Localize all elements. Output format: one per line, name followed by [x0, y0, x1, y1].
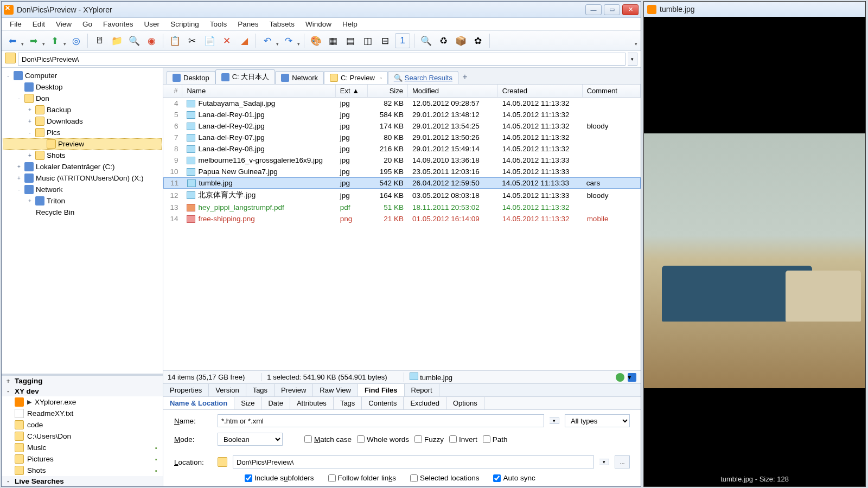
folder-tree[interactable]: -ComputerDesktop-Don+Backup+Downloads-Pi… — [2, 68, 163, 374]
find-tab[interactable]: Options — [446, 397, 484, 409]
monitor-icon[interactable]: 🖥 — [92, 33, 107, 48]
close-icon[interactable]: ▫ — [380, 75, 382, 81]
view1-icon[interactable]: ▦ — [326, 33, 341, 48]
file-row[interactable]: 13hey_pippi_langstrumpf.pdfpdf51 KB18.11… — [163, 202, 641, 213]
menu-user[interactable]: User — [139, 19, 165, 29]
menu-view[interactable]: View — [51, 19, 76, 29]
folder-fav-icon[interactable]: 📁 — [109, 33, 124, 48]
refresh-icon[interactable]: ♻ — [436, 33, 451, 48]
info-tab[interactable]: Tags — [246, 384, 275, 396]
tree-item[interactable]: +Triton — [3, 195, 162, 207]
file-row[interactable]: 12北京体育大学.jpgjpg164 KB03.05.2012 08:03:18… — [163, 189, 641, 202]
catalog-item[interactable]: +Tagging — [2, 376, 163, 386]
match-case-check[interactable]: Match case — [304, 435, 352, 444]
tab[interactable]: 🔍Search Results — [388, 71, 458, 84]
file-row[interactable]: 10Papua New Guinea7.jpgjpg195 KB23.05.20… — [163, 166, 641, 177]
paste-icon[interactable]: 📄 — [202, 33, 217, 48]
expand-icon[interactable]: - — [27, 130, 33, 136]
panes2-icon[interactable]: ⊟ — [378, 33, 393, 48]
menu-favorites[interactable]: Favorites — [98, 19, 138, 29]
pane1-icon[interactable]: 1 — [395, 33, 410, 48]
file-list[interactable]: 4Futabayama_Sadaji.jpgjpg82 KB12.05.2012… — [163, 98, 641, 370]
info-tab[interactable]: Version — [209, 384, 246, 396]
remove-icon[interactable]: ▪ — [155, 467, 159, 474]
status-ok-icon[interactable] — [616, 373, 624, 382]
dropdown-icon[interactable]: ▾ — [42, 41, 45, 48]
remove-icon[interactable]: ▪ — [155, 445, 159, 451]
catalog-item[interactable]: code — [2, 419, 163, 431]
forward-button[interactable]: ➡ — [26, 33, 41, 48]
file-row[interactable]: 4Futabayama_Sadaji.jpgjpg82 KB12.05.2012… — [163, 98, 641, 109]
location-dropdown[interactable]: ▾ — [599, 459, 609, 465]
tab[interactable]: Desktop — [167, 71, 215, 84]
info-tab[interactable]: Preview — [275, 384, 313, 396]
menu-help[interactable]: Help — [337, 19, 362, 29]
delete-icon[interactable]: ✕ — [219, 33, 234, 48]
expand-icon[interactable]: + — [27, 152, 33, 158]
zoom-icon[interactable]: 🔍 — [418, 33, 433, 48]
tree-item[interactable]: +Shots — [3, 150, 162, 161]
up-button[interactable]: ⬆ — [47, 33, 62, 48]
dropdown-icon[interactable]: ▾ — [276, 41, 279, 48]
file-row[interactable]: 9melbourne116_v-grossgalerie16x9.jpgjpg2… — [163, 155, 641, 166]
catalog-item[interactable]: Music▪ — [2, 442, 163, 453]
catalog-item[interactable]: Pictures▪ — [2, 453, 163, 465]
expand-icon[interactable]: + — [27, 118, 33, 124]
file-row[interactable]: 14free-shipping.pngpng21 KB01.05.2012 16… — [163, 213, 641, 224]
expand-icon[interactable]: - — [16, 187, 22, 192]
tab-add-button[interactable]: + — [458, 70, 471, 84]
file-row[interactable]: 11tumble.jpgjpg542 KB26.04.2012 12:59:50… — [163, 177, 641, 189]
tree-item[interactable]: Recycle Bin — [3, 207, 162, 218]
expand-icon[interactable]: + — [27, 198, 33, 204]
remove-icon[interactable]: ▪ — [155, 456, 159, 463]
catalog-item[interactable]: ▶ XYplorer.exe — [2, 396, 163, 408]
tree-item[interactable]: +Backup — [3, 104, 162, 115]
file-row[interactable]: 6Lana-del-Rey-02.jpgjpg174 KB29.01.2012 … — [163, 120, 641, 132]
mode-select[interactable]: Boolean — [218, 433, 283, 446]
dropdown-icon[interactable]: ▾ — [63, 41, 66, 48]
copy-icon[interactable]: 📋 — [167, 33, 182, 48]
menu-edit[interactable]: Edit — [28, 19, 50, 29]
expand-icon[interactable]: - — [16, 95, 22, 101]
tag-icon[interactable]: 🎨 — [308, 33, 323, 48]
back-button[interactable]: ⬅ — [5, 33, 20, 48]
catalog-item[interactable]: C:\Users\Don — [2, 431, 163, 442]
tree-item[interactable]: +Downloads — [3, 115, 162, 127]
menu-tools[interactable]: Tools — [205, 19, 232, 29]
fuzzy-check[interactable]: Fuzzy — [414, 435, 444, 444]
maximize-button[interactable]: ▭ — [604, 4, 620, 15]
preview-titlebar[interactable]: tumble.jpg — [644, 2, 865, 17]
minimize-button[interactable]: — — [585, 4, 602, 15]
file-row[interactable]: 8Lana-del-Rey-08.jpgjpg216 KB29.01.2012 … — [163, 143, 641, 155]
tree-item[interactable]: -Don — [3, 93, 162, 104]
catalog[interactable]: +Tagging-XY dev▶ XYplorer.exeReadmeXY.tx… — [2, 374, 163, 486]
search-add-icon[interactable]: 🔍 — [126, 33, 142, 48]
erase-icon[interactable]: ◢ — [237, 33, 252, 48]
tree-item[interactable]: +Lokaler Datenträger (C:) — [3, 161, 162, 172]
follow-links-check[interactable]: Follow folder links — [328, 474, 396, 482]
file-row[interactable]: 7Lana-del-Rey-07.jpgjpg80 KB29.01.2012 1… — [163, 132, 641, 143]
type-select[interactable]: All types — [565, 414, 630, 427]
col-modified[interactable]: Modified — [408, 85, 498, 97]
tree-item[interactable]: -Network — [3, 184, 162, 195]
dropdown-icon[interactable]: ▾ — [297, 41, 300, 48]
path-check[interactable]: Path — [483, 435, 508, 444]
tree-item[interactable]: -Computer — [3, 70, 162, 81]
tab[interactable]: C: 大日本人 — [215, 69, 276, 84]
col-created[interactable]: Created — [498, 85, 583, 97]
target-play-icon[interactable]: ◉ — [144, 33, 159, 48]
titlebar[interactable]: Don\Pics\Preview - XYplorer — ▭ ✕ — [2, 2, 641, 18]
expand-icon[interactable]: + — [27, 107, 33, 113]
info-tab[interactable]: Report — [405, 384, 439, 396]
address-input[interactable] — [18, 53, 626, 66]
name-dropdown[interactable]: ▾ — [550, 418, 559, 424]
auto-sync-check[interactable]: Auto sync — [493, 474, 535, 482]
col-name[interactable]: Name — [182, 85, 335, 97]
toolbar-overflow-icon[interactable]: ▾ — [635, 41, 637, 48]
include-subfolders-check[interactable]: Include subfolders — [245, 474, 314, 482]
catalog-item[interactable]: -XY dev — [2, 386, 163, 396]
tab[interactable]: Network — [275, 71, 324, 84]
photos-icon[interactable]: ✿ — [470, 33, 486, 48]
catalog-item[interactable]: Shots▪ — [2, 465, 163, 476]
info-tab[interactable]: Properties — [163, 384, 209, 396]
